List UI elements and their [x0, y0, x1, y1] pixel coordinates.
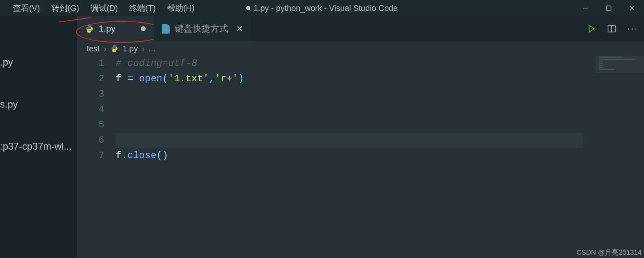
code-line[interactable]: [116, 117, 583, 133]
breadcrumb[interactable]: test › 1.py › ...: [77, 41, 644, 56]
python-icon: [110, 44, 119, 53]
tab-label: 1.py: [99, 23, 116, 34]
line-number: 4: [77, 102, 104, 117]
menu-debug[interactable]: 调试(D): [85, 0, 124, 16]
minimap[interactable]: [595, 56, 644, 258]
line-number: 3: [77, 87, 104, 102]
menu-goto[interactable]: 转到(G): [46, 0, 85, 16]
line-number-gutter: 1 2 3 4 5 6 7: [77, 56, 116, 258]
dirty-dot-icon[interactable]: [141, 26, 146, 31]
code-line[interactable]: # coding=utf-8: [116, 56, 583, 71]
window-controls: [574, 0, 644, 16]
svg-rect-1: [607, 6, 611, 11]
window-title-text: 1.py - python_work - Visual Studio Code: [254, 4, 398, 13]
sidebar-item[interactable]: s.py: [0, 95, 77, 114]
code-line[interactable]: [116, 102, 583, 117]
code-line[interactable]: [116, 133, 583, 148]
file-icon: [162, 24, 170, 34]
line-number: 1: [77, 56, 104, 71]
tab-keyboard-shortcuts[interactable]: 键盘快捷方式 ✕: [154, 16, 251, 41]
menu-view[interactable]: 查看(V): [7, 0, 46, 16]
breadcrumb-segment[interactable]: 1.py: [123, 44, 138, 53]
split-editor-icon[interactable]: [607, 24, 616, 33]
editor-area: 1.py 键盘快捷方式 ✕ ··· test ›: [77, 16, 644, 258]
tab-label: 键盘快捷方式: [175, 23, 228, 35]
chevron-right-icon: ›: [104, 44, 106, 53]
tab-bar: 1.py 键盘快捷方式 ✕ ···: [77, 16, 644, 41]
run-icon[interactable]: [587, 24, 596, 33]
line-number: 2: [77, 71, 104, 87]
sidebar-item[interactable]: :p37-cp37m-wi...: [0, 137, 77, 156]
menu-bar: 查看(V) 转到(G) 调试(D) 终端(T) 帮助(H): [0, 0, 200, 16]
breadcrumb-segment[interactable]: test: [87, 44, 100, 53]
maximize-button[interactable]: [597, 0, 621, 16]
minimize-button[interactable]: [574, 0, 597, 16]
explorer-sidebar[interactable]: .py s.py :p37-cp37m-wi...: [0, 16, 77, 258]
watermark: CSDN @月亮201314: [576, 248, 642, 257]
minimap-viewport[interactable]: [595, 56, 644, 73]
editor-actions: ···: [587, 16, 638, 41]
sidebar-item[interactable]: .py: [0, 53, 77, 72]
code-line[interactable]: [116, 87, 583, 102]
python-icon: [85, 24, 94, 33]
line-number: 5: [77, 117, 104, 133]
chevron-right-icon: ›: [142, 44, 145, 53]
breadcrumb-segment[interactable]: ...: [148, 44, 155, 53]
menu-help[interactable]: 帮助(H): [161, 0, 200, 16]
line-number: 6: [77, 133, 104, 148]
unsaved-dot-icon: [246, 6, 250, 10]
svg-point-8: [113, 46, 114, 47]
svg-point-5: [91, 31, 91, 32]
code-editor[interactable]: 1 2 3 4 5 6 7 # coding=utf-8 f = open('1…: [77, 56, 644, 258]
svg-point-9: [115, 51, 116, 52]
code-line[interactable]: f.close(): [116, 148, 583, 163]
close-button[interactable]: [621, 0, 644, 16]
line-number: 7: [77, 148, 104, 163]
menu-terminal[interactable]: 终端(T): [123, 0, 161, 16]
code-content[interactable]: # coding=utf-8 f = open('1.txt','r+') f.…: [116, 56, 644, 258]
title-bar: 查看(V) 转到(G) 调试(D) 终端(T) 帮助(H) 1.py - pyt…: [0, 0, 644, 16]
more-actions-icon[interactable]: ···: [627, 23, 638, 34]
svg-point-4: [88, 25, 89, 26]
code-line[interactable]: f = open('1.txt','r+'): [116, 71, 583, 87]
close-icon[interactable]: ✕: [236, 24, 243, 34]
tab-1py[interactable]: 1.py: [77, 16, 154, 41]
window-title: 1.py - python_work - Visual Studio Code: [246, 4, 398, 13]
